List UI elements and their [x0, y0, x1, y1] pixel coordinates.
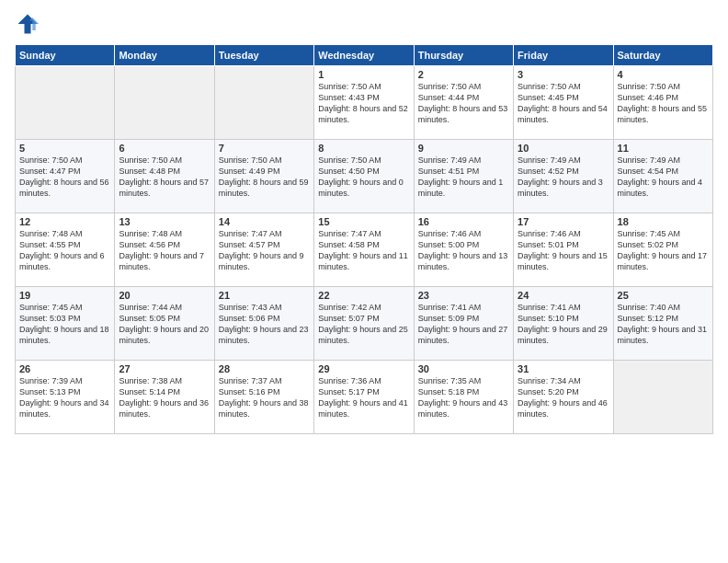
day-info: Sunrise: 7:50 AM Sunset: 4:44 PM Dayligh…	[418, 81, 509, 126]
day-info: Sunrise: 7:42 AM Sunset: 5:07 PM Dayligh…	[318, 302, 409, 347]
day-number: 10	[518, 143, 609, 154]
day-number: 11	[618, 143, 709, 154]
calendar-cell: 26Sunrise: 7:39 AM Sunset: 5:13 PM Dayli…	[16, 361, 115, 434]
day-number: 26	[19, 363, 110, 374]
day-number: 24	[518, 290, 609, 301]
day-number: 20	[119, 290, 210, 301]
day-number: 2	[418, 69, 509, 80]
day-info: Sunrise: 7:46 AM Sunset: 5:01 PM Dayligh…	[518, 228, 609, 273]
day-info: Sunrise: 7:34 AM Sunset: 5:20 PM Dayligh…	[518, 375, 609, 420]
day-number: 27	[119, 363, 210, 374]
day-info: Sunrise: 7:47 AM Sunset: 4:58 PM Dayligh…	[318, 228, 409, 273]
day-number: 28	[219, 363, 310, 374]
calendar-cell: 8Sunrise: 7:50 AM Sunset: 4:50 PM Daylig…	[314, 140, 414, 213]
day-number: 14	[219, 216, 310, 227]
day-info: Sunrise: 7:41 AM Sunset: 5:10 PM Dayligh…	[518, 302, 609, 347]
day-number: 4	[618, 69, 709, 80]
logo	[15, 11, 44, 37]
weekday-header-tuesday: Tuesday	[214, 45, 313, 66]
calendar-cell: 14Sunrise: 7:47 AM Sunset: 4:57 PM Dayli…	[214, 213, 313, 287]
calendar-cell: 9Sunrise: 7:49 AM Sunset: 4:51 PM Daylig…	[414, 140, 513, 213]
day-info: Sunrise: 7:45 AM Sunset: 5:03 PM Dayligh…	[19, 302, 110, 347]
day-info: Sunrise: 7:48 AM Sunset: 4:55 PM Dayligh…	[19, 228, 110, 273]
calendar-cell: 12Sunrise: 7:48 AM Sunset: 4:55 PM Dayli…	[16, 213, 115, 287]
day-number: 7	[219, 143, 310, 154]
calendar-cell: 10Sunrise: 7:49 AM Sunset: 4:52 PM Dayli…	[514, 140, 613, 213]
day-info: Sunrise: 7:49 AM Sunset: 4:54 PM Dayligh…	[618, 155, 709, 200]
day-number: 8	[318, 143, 409, 154]
calendar-cell: 2Sunrise: 7:50 AM Sunset: 4:44 PM Daylig…	[414, 66, 513, 140]
day-number: 16	[418, 216, 509, 227]
weekday-header-thursday: Thursday	[414, 45, 513, 66]
calendar-cell	[16, 66, 115, 140]
day-number: 22	[318, 290, 409, 301]
calendar-cell: 30Sunrise: 7:35 AM Sunset: 5:18 PM Dayli…	[414, 361, 513, 434]
calendar-cell: 3Sunrise: 7:50 AM Sunset: 4:45 PM Daylig…	[514, 66, 613, 140]
calendar-cell: 11Sunrise: 7:49 AM Sunset: 4:54 PM Dayli…	[613, 140, 712, 213]
calendar-cell: 27Sunrise: 7:38 AM Sunset: 5:14 PM Dayli…	[115, 361, 214, 434]
calendar-cell	[613, 361, 712, 434]
calendar-cell: 29Sunrise: 7:36 AM Sunset: 5:17 PM Dayli…	[314, 361, 414, 434]
day-info: Sunrise: 7:35 AM Sunset: 5:18 PM Dayligh…	[418, 375, 509, 420]
day-info: Sunrise: 7:50 AM Sunset: 4:48 PM Dayligh…	[119, 155, 210, 200]
day-info: Sunrise: 7:50 AM Sunset: 4:47 PM Dayligh…	[19, 155, 110, 200]
day-number: 30	[418, 363, 509, 374]
week-row-4: 19Sunrise: 7:45 AM Sunset: 5:03 PM Dayli…	[16, 287, 713, 361]
day-number: 18	[618, 216, 709, 227]
weekday-header-monday: Monday	[115, 45, 214, 66]
day-info: Sunrise: 7:41 AM Sunset: 5:09 PM Dayligh…	[418, 302, 509, 347]
calendar-cell: 21Sunrise: 7:43 AM Sunset: 5:06 PM Dayli…	[214, 287, 313, 361]
weekday-header-wednesday: Wednesday	[314, 45, 414, 66]
weekday-header-saturday: Saturday	[613, 45, 712, 66]
day-info: Sunrise: 7:44 AM Sunset: 5:05 PM Dayligh…	[119, 302, 210, 347]
day-number: 25	[618, 290, 709, 301]
day-info: Sunrise: 7:50 AM Sunset: 4:43 PM Dayligh…	[318, 81, 409, 126]
day-number: 17	[518, 216, 609, 227]
calendar-cell: 17Sunrise: 7:46 AM Sunset: 5:01 PM Dayli…	[514, 213, 613, 287]
day-info: Sunrise: 7:50 AM Sunset: 4:46 PM Dayligh…	[618, 81, 709, 126]
day-info: Sunrise: 7:47 AM Sunset: 4:57 PM Dayligh…	[219, 228, 310, 273]
calendar-cell	[214, 66, 313, 140]
day-info: Sunrise: 7:50 AM Sunset: 4:49 PM Dayligh…	[219, 155, 310, 200]
calendar-table: SundayMondayTuesdayWednesdayThursdayFrid…	[15, 44, 713, 434]
day-number: 6	[119, 143, 210, 154]
week-row-1: 1Sunrise: 7:50 AM Sunset: 4:43 PM Daylig…	[16, 66, 713, 140]
day-number: 29	[318, 363, 409, 374]
header	[15, 11, 713, 37]
calendar-cell: 18Sunrise: 7:45 AM Sunset: 5:02 PM Dayli…	[613, 213, 712, 287]
day-number: 9	[418, 143, 509, 154]
calendar-cell: 7Sunrise: 7:50 AM Sunset: 4:49 PM Daylig…	[214, 140, 313, 213]
calendar-cell: 25Sunrise: 7:40 AM Sunset: 5:12 PM Dayli…	[613, 287, 712, 361]
week-row-5: 26Sunrise: 7:39 AM Sunset: 5:13 PM Dayli…	[16, 361, 713, 434]
weekday-header-sunday: Sunday	[16, 45, 115, 66]
weekday-header-friday: Friday	[514, 45, 613, 66]
day-info: Sunrise: 7:40 AM Sunset: 5:12 PM Dayligh…	[618, 302, 709, 347]
page: SundayMondayTuesdayWednesdayThursdayFrid…	[0, 0, 728, 563]
day-info: Sunrise: 7:50 AM Sunset: 4:45 PM Dayligh…	[518, 81, 609, 126]
day-number: 13	[119, 216, 210, 227]
calendar-cell: 13Sunrise: 7:48 AM Sunset: 4:56 PM Dayli…	[115, 213, 214, 287]
week-row-2: 5Sunrise: 7:50 AM Sunset: 4:47 PM Daylig…	[16, 140, 713, 213]
calendar-cell: 24Sunrise: 7:41 AM Sunset: 5:10 PM Dayli…	[514, 287, 613, 361]
day-number: 3	[518, 69, 609, 80]
calendar-cell: 6Sunrise: 7:50 AM Sunset: 4:48 PM Daylig…	[115, 140, 214, 213]
calendar-cell: 5Sunrise: 7:50 AM Sunset: 4:47 PM Daylig…	[16, 140, 115, 213]
day-info: Sunrise: 7:48 AM Sunset: 4:56 PM Dayligh…	[119, 228, 210, 273]
logo-icon	[15, 11, 40, 37]
day-info: Sunrise: 7:36 AM Sunset: 5:17 PM Dayligh…	[318, 375, 409, 420]
calendar-cell: 19Sunrise: 7:45 AM Sunset: 5:03 PM Dayli…	[16, 287, 115, 361]
calendar-cell: 31Sunrise: 7:34 AM Sunset: 5:20 PM Dayli…	[514, 361, 613, 434]
calendar-cell: 23Sunrise: 7:41 AM Sunset: 5:09 PM Dayli…	[414, 287, 513, 361]
day-number: 19	[19, 290, 110, 301]
day-number: 12	[19, 216, 110, 227]
calendar-cell: 4Sunrise: 7:50 AM Sunset: 4:46 PM Daylig…	[613, 66, 712, 140]
day-info: Sunrise: 7:50 AM Sunset: 4:50 PM Dayligh…	[318, 155, 409, 200]
day-info: Sunrise: 7:49 AM Sunset: 4:51 PM Dayligh…	[418, 155, 509, 200]
calendar-cell: 22Sunrise: 7:42 AM Sunset: 5:07 PM Dayli…	[314, 287, 414, 361]
calendar-cell: 28Sunrise: 7:37 AM Sunset: 5:16 PM Dayli…	[214, 361, 313, 434]
day-number: 1	[318, 69, 409, 80]
day-number: 5	[19, 143, 110, 154]
calendar-cell: 16Sunrise: 7:46 AM Sunset: 5:00 PM Dayli…	[414, 213, 513, 287]
day-info: Sunrise: 7:49 AM Sunset: 4:52 PM Dayligh…	[518, 155, 609, 200]
weekday-header-row: SundayMondayTuesdayWednesdayThursdayFrid…	[16, 45, 713, 66]
